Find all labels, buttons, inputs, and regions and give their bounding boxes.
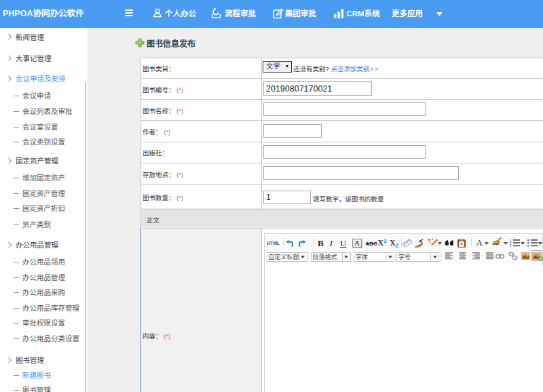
- svg-text:3: 3: [510, 246, 512, 248]
- svg-text:T: T: [460, 241, 463, 247]
